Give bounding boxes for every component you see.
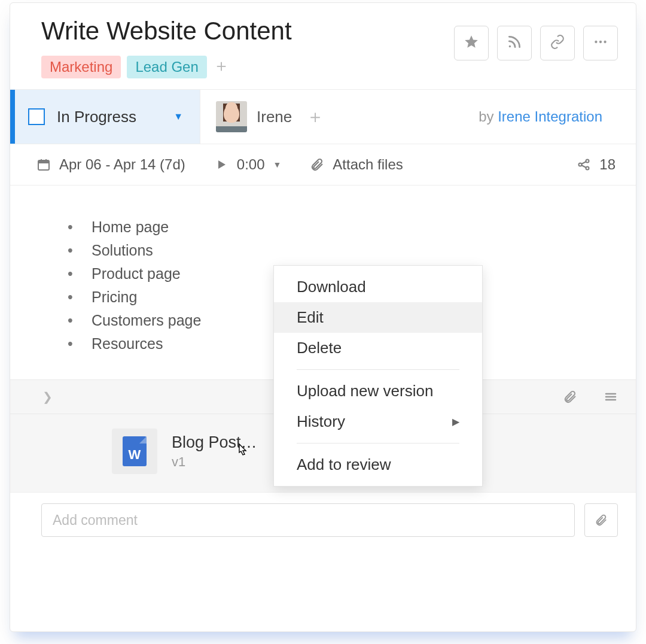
attach-label: Attach files (333, 156, 403, 173)
timer-control[interactable]: 0:00 ▼ (214, 156, 282, 173)
paperclip-icon (310, 157, 324, 172)
dependency-count: 18 (599, 156, 615, 173)
link-button[interactable] (540, 26, 575, 60)
add-assignee-button[interactable]: ＋ (306, 110, 324, 123)
menu-add-to-review[interactable]: Add to review (274, 449, 482, 480)
date-text: Apr 06 - Apr 14 (7d) (59, 156, 185, 173)
menu-separator (297, 443, 459, 443)
menu-upload-new-version[interactable]: Upload new version (274, 376, 482, 406)
more-icon (593, 34, 608, 52)
calendar-icon (36, 157, 51, 172)
status-dropdown[interactable]: In Progress ▼ (10, 90, 200, 144)
list-item: Solutions (58, 239, 588, 262)
complete-checkbox[interactable] (28, 108, 45, 125)
caret-down-icon: ▼ (173, 111, 183, 122)
svg-point-8 (579, 163, 582, 166)
list-item: Home page (58, 215, 588, 239)
svg-point-1 (595, 41, 597, 43)
menu-download[interactable]: Download (274, 272, 482, 302)
svg-point-0 (509, 45, 511, 47)
timer-text: 0:00 (237, 156, 265, 173)
task-title: Write Website Content (41, 17, 454, 45)
svg-line-12 (581, 165, 586, 168)
svg-point-2 (599, 41, 602, 43)
dependencies-button[interactable]: 18 (577, 156, 615, 173)
attach-files-button[interactable]: Attach files (310, 156, 403, 173)
svg-rect-5 (38, 160, 49, 163)
task-card: Write Website Content Marketing Lead Gen… (10, 2, 636, 632)
menu-delete[interactable]: Delete (274, 333, 482, 363)
footer-attach-button[interactable] (563, 390, 577, 404)
date-picker[interactable]: Apr 06 - Apr 14 (7d) (36, 156, 185, 173)
status-row: In Progress ▼ Irene ＋ by Irene Integrati… (10, 89, 636, 144)
menu-edit[interactable]: Edit (274, 302, 482, 333)
link-icon (550, 34, 565, 52)
share-icon (577, 157, 591, 172)
rss-icon (507, 34, 522, 52)
word-doc-icon: W (123, 436, 147, 466)
status-label: In Progress (57, 108, 162, 126)
list-view-button[interactable] (604, 390, 618, 404)
header-actions (454, 17, 618, 60)
star-button[interactable] (454, 26, 489, 60)
tag-row: Marketing Lead Gen ＋ (41, 56, 454, 78)
file-context-menu: Download Edit Delete Upload new version … (273, 265, 483, 487)
svg-line-11 (581, 162, 586, 164)
play-icon (214, 157, 228, 172)
tag-leadgen[interactable]: Lead Gen (127, 56, 206, 78)
svg-point-10 (586, 167, 589, 170)
file-thumbnail: W (112, 429, 157, 474)
comment-input[interactable] (41, 503, 575, 537)
assignee-area: Irene ＋ by Irene Integration (200, 90, 636, 144)
file-version: v1 (172, 454, 257, 470)
file-name: Blog Post… (172, 433, 257, 452)
tag-marketing[interactable]: Marketing (41, 56, 121, 78)
meta-row: Apr 06 - Apr 14 (7d) 0:00 ▼ Attach files… (10, 144, 636, 186)
creator-link[interactable]: Irene Integration (498, 108, 602, 124)
expand-toggle[interactable]: ❯ (42, 390, 53, 404)
task-creator: by Irene Integration (479, 108, 620, 125)
svg-point-3 (604, 41, 606, 43)
assignee-avatar[interactable] (216, 101, 247, 132)
rss-button[interactable] (497, 26, 532, 60)
star-icon (464, 34, 479, 52)
svg-point-9 (586, 160, 589, 163)
caret-down-icon: ▼ (273, 160, 282, 169)
more-button[interactable] (583, 26, 618, 60)
comment-bar (10, 492, 636, 548)
submenu-caret-icon: ▶ (452, 416, 459, 427)
menu-history[interactable]: History ▶ (274, 406, 482, 437)
assignee-name: Irene (257, 108, 292, 126)
add-tag-button[interactable]: ＋ (213, 59, 228, 75)
comment-attach-button[interactable] (584, 503, 618, 537)
task-header: Write Website Content Marketing Lead Gen… (10, 3, 636, 89)
menu-separator (297, 369, 459, 370)
